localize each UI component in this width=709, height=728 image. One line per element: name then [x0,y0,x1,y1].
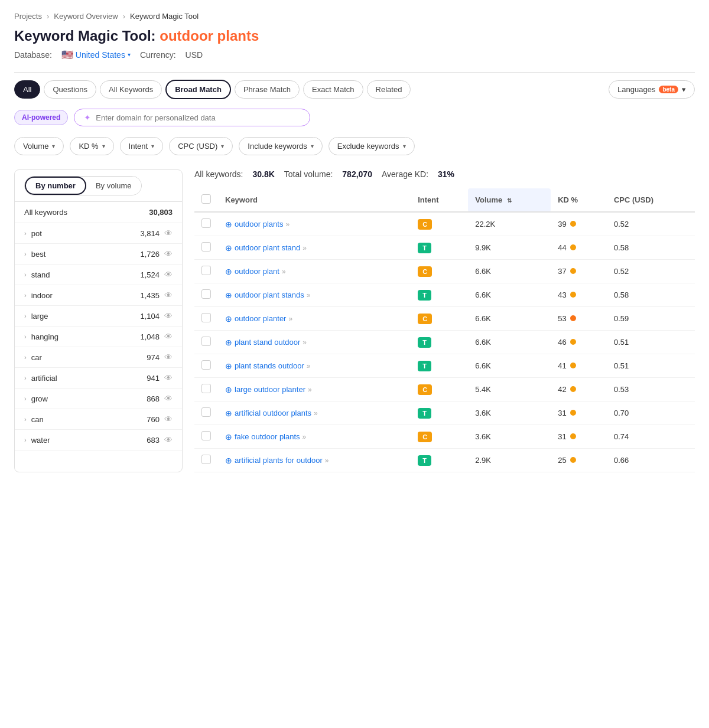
keyword-arrow-icon: » [314,409,318,417]
tab-all-keywords[interactable]: All Keywords [100,80,162,99]
keyword-link[interactable]: ⊕ outdoor plants » [225,220,404,229]
tab-all[interactable]: All [14,80,40,99]
keyword-group-count: 683 [147,436,160,445]
ai-domain-input[interactable] [96,113,300,122]
filter-cpc[interactable]: CPC (USD) ▾ [169,137,233,155]
eye-icon[interactable]: 👁 [164,290,173,300]
row-keyword-cell: ⊕ artificial outdoor plants » [218,401,411,425]
eye-icon[interactable]: 👁 [164,414,173,424]
row-checkbox-6[interactable] [201,360,211,370]
keyword-group-name: car [31,353,42,362]
eye-icon[interactable]: 👁 [164,373,173,383]
row-checkbox-7[interactable] [201,384,211,393]
row-checkbox-10[interactable] [201,455,211,464]
keyword-group-item[interactable]: › best 1,726 👁 [15,244,182,265]
keyword-group-item[interactable]: › stand 1,524 👁 [15,265,182,285]
row-checkbox-cell [194,307,218,331]
row-checkbox-8[interactable] [201,407,211,417]
table-row: ⊕ outdoor planter » C 6.6K 53 0.59 [194,307,695,331]
table-row: ⊕ artificial outdoor plants » T 3.6K 31 … [194,401,695,425]
keyword-group-item[interactable]: › grow 868 👁 [15,389,182,409]
keyword-link[interactable]: ⊕ large outdoor planter » [225,385,404,394]
table-row: ⊕ plant stands outdoor » T 6.6K 41 0.51 [194,354,695,378]
intent-badge: C [418,384,432,395]
database-country-link[interactable]: 🇺🇸 United States ▾ [61,49,131,60]
keyword-group-count: 1,524 [140,270,160,279]
keyword-group-chevron-icon: › [24,230,27,237]
eye-icon[interactable]: 👁 [164,311,173,321]
row-checkbox-0[interactable] [201,218,211,228]
eye-icon[interactable]: 👁 [164,435,173,445]
keyword-group-name: best [31,250,46,259]
tab-broad-match[interactable]: Broad Match [165,80,231,99]
row-keyword-cell: ⊕ large outdoor planter » [218,378,411,401]
intent-badge: C [418,314,432,324]
row-checkbox-9[interactable] [201,431,211,440]
keyword-group-item[interactable]: › hanging 1,048 👁 [15,327,182,347]
keyword-groups-list: › pot 3,814 👁 › best 1,726 👁 › stand 1,5… [15,223,182,450]
row-volume-cell: 6.6K [468,331,551,354]
keyword-group-item[interactable]: › car 974 👁 [15,347,182,368]
keyword-group-item[interactable]: › large 1,104 👁 [15,306,182,327]
country-name: United States [76,50,125,60]
breadcrumb-keyword-overview[interactable]: Keyword Overview [54,12,118,21]
currency-value: USD [186,50,203,60]
filter-exclude[interactable]: Exclude keywords ▾ [329,137,415,155]
keyword-group-right: 1,435 👁 [140,290,173,300]
toggle-group: By number By volume [24,176,142,195]
ai-domain-input-wrapper[interactable]: ✦ [74,109,310,126]
keyword-arrow-icon: » [285,220,290,228]
table-header-volume[interactable]: Volume ⇅ [468,188,551,212]
eye-icon[interactable]: 👁 [164,249,173,259]
keyword-group-chevron-icon: › [24,250,27,257]
tab-languages[interactable]: Languages beta ▾ [609,80,695,99]
keyword-text: plant stands outdoor [235,361,304,370]
row-cpc-cell: 0.70 [607,401,695,425]
row-checkbox-2[interactable] [201,266,211,275]
keyword-link[interactable]: ⊕ plant stand outdoor » [225,338,404,347]
breadcrumb-projects[interactable]: Projects [14,12,42,21]
keyword-link[interactable]: ⊕ fake outdoor plants » [225,432,404,442]
tab-related[interactable]: Related [367,80,411,99]
eye-icon[interactable]: 👁 [164,352,173,362]
keyword-group-count: 974 [147,353,160,362]
keyword-group-name: artificial [31,374,57,383]
keyword-link[interactable]: ⊕ artificial plants for outdoor » [225,456,404,465]
filter-volume[interactable]: Volume ▾ [14,137,64,155]
keyword-group-item[interactable]: › can 760 👁 [15,409,182,430]
filter-exclude-label: Exclude keywords [337,142,399,151]
keyword-group-item[interactable]: › artificial 941 👁 [15,368,182,389]
eye-icon[interactable]: 👁 [164,228,173,238]
toggle-by-volume[interactable]: By volume [86,177,141,195]
keyword-link[interactable]: ⊕ outdoor plant » [225,267,404,276]
row-checkbox-5[interactable] [201,337,211,346]
eye-icon[interactable]: 👁 [164,394,173,403]
filter-include[interactable]: Include keywords ▾ [239,137,322,155]
eye-icon[interactable]: 👁 [164,332,173,341]
intent-badge: C [418,266,432,277]
keyword-link[interactable]: ⊕ artificial outdoor plants » [225,409,404,418]
keyword-group-item[interactable]: › indoor 1,435 👁 [15,285,182,306]
keyword-link[interactable]: ⊕ outdoor planter » [225,314,404,324]
row-intent-cell: C [411,260,468,283]
select-all-checkbox[interactable] [201,194,211,204]
eye-icon[interactable]: 👁 [164,270,173,279]
tab-exact-match[interactable]: Exact Match [303,80,363,99]
keyword-group-left: › grow [24,394,48,403]
filter-intent[interactable]: Intent ▾ [120,137,164,155]
filter-kd[interactable]: KD % ▾ [70,137,113,155]
row-checkbox-4[interactable] [201,313,211,322]
keyword-link[interactable]: ⊕ plant stands outdoor » [225,361,404,371]
row-checkbox-3[interactable] [201,289,211,299]
tab-questions[interactable]: Questions [44,80,96,99]
row-checkbox-1[interactable] [201,242,211,252]
row-cpc-cell: 0.52 [607,260,695,283]
keyword-group-left: › stand [24,270,50,279]
tab-phrase-match[interactable]: Phrase Match [235,80,300,99]
toggle-by-number[interactable]: By number [25,177,86,195]
keyword-group-item[interactable]: › pot 3,814 👁 [15,223,182,244]
keyword-link[interactable]: ⊕ outdoor plant stand » [225,243,404,253]
keyword-group-item[interactable]: › water 683 👁 [15,430,182,450]
keyword-link[interactable]: ⊕ outdoor plant stands » [225,290,404,300]
left-panel-header: By number By volume [15,170,182,202]
